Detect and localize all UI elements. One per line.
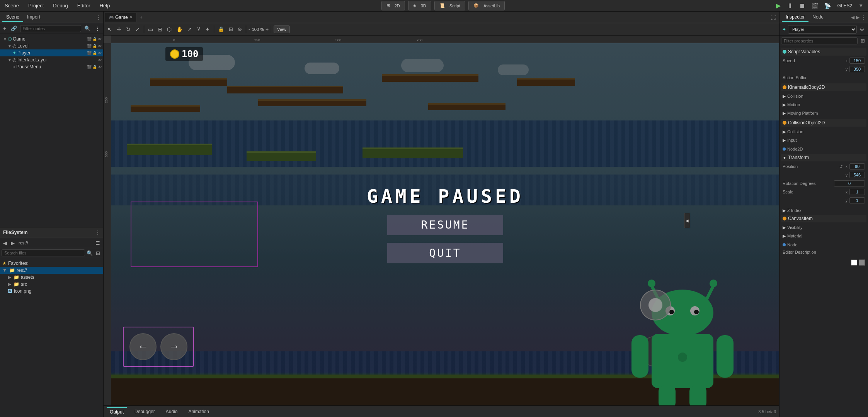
scene-search-btn[interactable]: 🔍: [83, 25, 92, 32]
pan-tool-btn[interactable]: ✋: [175, 25, 184, 33]
menu-debug[interactable]: Debug: [51, 2, 69, 9]
position-x-value[interactable]: 90: [849, 163, 865, 170]
link-node-btn[interactable]: 🔗: [9, 25, 19, 32]
level-action-1[interactable]: 🎬: [87, 44, 92, 48]
rect-tool-btn[interactable]: ▭: [146, 25, 155, 33]
section-header-kinematic[interactable]: KinematicBody2D: [781, 83, 866, 91]
add-node-btn[interactable]: +: [2, 25, 8, 32]
scale-x-value[interactable]: 1: [849, 189, 865, 195]
player-action-3[interactable]: 👁: [98, 51, 102, 55]
fs-forward-btn[interactable]: ▶: [9, 239, 16, 247]
group-btn[interactable]: ⊞: [227, 25, 235, 33]
joystick[interactable]: [640, 290, 671, 320]
section-header-transform[interactable]: ▼ Transform: [781, 154, 866, 161]
bone-tool-btn[interactable]: ⊻: [195, 25, 202, 33]
position-y-value[interactable]: 546: [849, 172, 865, 178]
inspector-history-fwd[interactable]: ▶: [856, 15, 859, 20]
bottom-tab-audio[interactable]: Audio: [163, 407, 181, 416]
color-swatch-white[interactable]: [851, 259, 857, 266]
bottom-tab-debugger[interactable]: Debugger: [131, 407, 158, 416]
renderer-dropdown-icon[interactable]: ▼: [857, 2, 865, 9]
pause-action-2[interactable]: 🔒: [92, 65, 97, 69]
tree-item-interface-layer[interactable]: ▼ ◎ InterfaceLayer 👁: [0, 56, 103, 63]
fs-search-btn[interactable]: 🔍: [85, 249, 94, 257]
assetlib-btn[interactable]: 📦 AssetLib: [468, 1, 505, 10]
inspector-filter-btn[interactable]: ⊞: [859, 37, 866, 44]
mode-2d-btn[interactable]: ⊞ 2D: [381, 1, 405, 10]
inspector-options-icon[interactable]: ⋮: [861, 15, 866, 20]
bottom-tab-animation[interactable]: Animation: [185, 407, 212, 416]
view-btn[interactable]: View: [274, 25, 290, 33]
game-action-1[interactable]: 🎬: [87, 37, 92, 41]
speed-y-value[interactable]: 350: [849, 66, 865, 72]
color-swatch-gray[interactable]: [859, 259, 865, 266]
tree-item-level[interactable]: ▼ ◎ Level 🎬 🔒 👁: [0, 42, 103, 49]
game-action-2[interactable]: 🔒: [92, 37, 97, 41]
movie-btn[interactable]: 🎬: [810, 2, 820, 10]
stop-btn[interactable]: ⏹: [798, 2, 807, 10]
mode-3d-btn[interactable]: ◈ 3D: [408, 1, 431, 10]
fs-item-res[interactable]: ▼ 📁 res://: [0, 267, 103, 274]
zoom-out-btn[interactable]: -: [248, 26, 250, 32]
scene-more-btn[interactable]: ⋮: [94, 25, 102, 32]
inspector-search-input[interactable]: [781, 37, 858, 44]
scale-y-value[interactable]: 1: [849, 197, 865, 203]
move-tool-btn[interactable]: ✛: [115, 25, 123, 33]
menu-editor[interactable]: Editor: [76, 2, 92, 9]
tab-inspector[interactable]: Inspector: [782, 13, 808, 22]
fs-layout-btn[interactable]: ☰: [94, 239, 102, 247]
tab-import[interactable]: Import: [23, 13, 44, 22]
dpad-right-btn[interactable]: →: [160, 333, 187, 360]
quit-btn[interactable]: QUIT: [387, 243, 503, 263]
player-action-1[interactable]: 🎬: [87, 51, 92, 55]
player-node-select[interactable]: Player: [788, 25, 857, 34]
collapse-right-panel-btn[interactable]: ◀: [684, 213, 690, 228]
dpad-left-btn[interactable]: ←: [129, 333, 157, 360]
bottom-tab-output[interactable]: Output: [107, 407, 127, 416]
pivot-tool-btn[interactable]: ✦: [204, 25, 211, 33]
fs-options-icon[interactable]: ⋮: [95, 230, 100, 235]
level-action-2[interactable]: 🔒: [92, 44, 97, 48]
menu-project[interactable]: Project: [27, 2, 45, 9]
fs-filter-btn[interactable]: ⊞: [94, 249, 102, 257]
play-btn[interactable]: ▶: [774, 1, 782, 10]
inspector-history-back[interactable]: ◀: [851, 15, 854, 20]
menu-scene[interactable]: Scene: [3, 2, 20, 9]
pause-action-1[interactable]: 🎬: [87, 65, 92, 69]
scale-tool-btn[interactable]: ⤢: [134, 25, 141, 33]
rotation-value[interactable]: 0: [834, 180, 865, 186]
game-action-3[interactable]: 👁: [98, 37, 102, 41]
grid-btn[interactable]: ⊞: [156, 25, 164, 33]
level-action-3[interactable]: 👁: [98, 44, 102, 48]
remote-btn[interactable]: 📡: [823, 2, 832, 10]
game-viewport[interactable]: 0 250 500 750 250 500: [104, 36, 779, 405]
tree-item-pause-menu[interactable]: ○ PauseMenu 🎬 🔒 👁: [0, 63, 103, 70]
tab-game[interactable]: 🎮 Game ✕: [105, 13, 137, 22]
tree-item-player[interactable]: ✦ Player 🎬 🔒 👁: [0, 49, 103, 56]
scene-options-icon[interactable]: ⋮: [96, 15, 101, 20]
select-tool-btn[interactable]: ↖: [106, 25, 114, 33]
editor-fullscreen-btn[interactable]: ⛶: [771, 14, 776, 20]
scene-filter-input[interactable]: [20, 25, 81, 32]
tab-scene[interactable]: Scene: [2, 13, 23, 22]
interface-action-eye[interactable]: 👁: [98, 58, 102, 62]
section-header-collision-obj[interactable]: CollisionObject2D: [781, 119, 866, 127]
bone2-btn[interactable]: ⊛: [236, 25, 243, 33]
arrow-tool-btn[interactable]: ↗: [186, 25, 194, 33]
tab-game-close[interactable]: ✕: [129, 15, 133, 19]
lock-btn[interactable]: 🔒: [216, 25, 226, 33]
resume-btn[interactable]: RESUME: [387, 215, 503, 235]
rotate-tool-btn[interactable]: ↻: [124, 25, 132, 33]
fs-item-src[interactable]: ▶ 📁 src: [0, 281, 103, 288]
player-action-2[interactable]: 🔒: [92, 51, 97, 55]
pause-action-3[interactable]: 👁: [98, 65, 102, 69]
tree-item-game[interactable]: ▼ ⬡ Game 🎬 🔒 👁: [0, 36, 103, 42]
pause-btn[interactable]: ⏸: [785, 2, 795, 10]
section-header-canvas-item[interactable]: CanvasItem: [781, 215, 866, 222]
magnet-btn[interactable]: ⬡: [165, 25, 173, 33]
position-reset-btn[interactable]: ↺: [838, 164, 844, 170]
script-btn[interactable]: 📜 Script: [434, 1, 465, 10]
tab-node[interactable]: Node: [808, 13, 827, 22]
fs-item-icon[interactable]: 🖼 icon.png: [0, 288, 103, 295]
zoom-in-btn[interactable]: +: [266, 26, 269, 32]
